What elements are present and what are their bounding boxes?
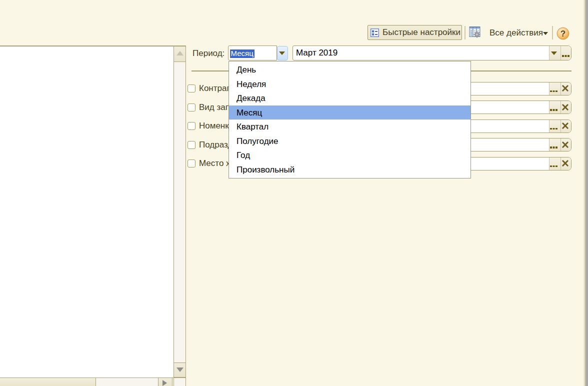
svg-text:?: ? xyxy=(560,29,566,38)
